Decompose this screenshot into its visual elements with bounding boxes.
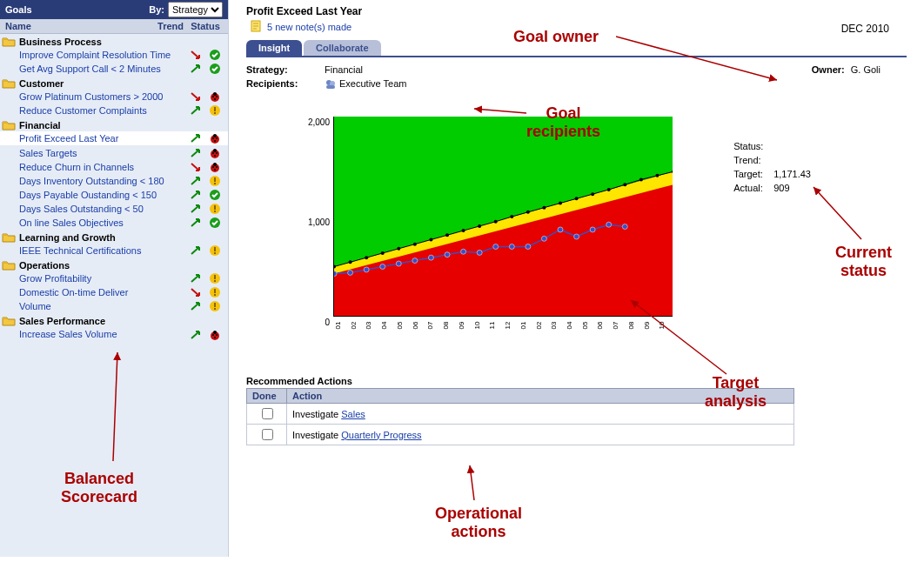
notes-link[interactable]: 5 new note(s) made: [267, 22, 352, 32]
group-by-select[interactable]: Strategy: [168, 2, 223, 17]
sidebar-columns: Name Trend Status: [0, 19, 228, 34]
folder-icon: [2, 36, 16, 47]
folder-icon: [2, 119, 16, 130]
svg-point-47: [216, 334, 218, 336]
category-row[interactable]: Sales Performance: [0, 313, 228, 327]
owner-box: Owner: G. Goli: [812, 64, 880, 75]
x-tick: 07: [426, 318, 440, 333]
goal-name: Reduce Customer Complaints: [19, 105, 186, 116]
status-icon: [205, 161, 224, 173]
goal-row[interactable]: Volume: [0, 299, 228, 313]
svg-rect-35: [214, 252, 216, 254]
x-tick: 04: [566, 318, 579, 333]
svg-point-14: [213, 134, 217, 137]
svg-point-49: [213, 331, 217, 334]
action-cell: Investigate Quarterly Progress: [287, 425, 794, 445]
category-row[interactable]: Business Process: [0, 34, 228, 48]
status-icon: [205, 90, 224, 103]
y-tick: 1,000: [298, 217, 333, 227]
category-row[interactable]: Financial: [0, 117, 228, 131]
tab-insight[interactable]: Insight: [246, 40, 302, 56]
goal-row[interactable]: Get Avg Support Call < 2 Minutes: [0, 62, 228, 76]
goal-name: Days Payable Oustanding < 150: [19, 190, 186, 200]
status-icon: [205, 272, 224, 284]
goal-row[interactable]: Sales Targets: [0, 145, 228, 159]
actions-table: Done Action Investigate Sales Investigat…: [246, 388, 794, 445]
goal-row[interactable]: Increase Sales Volume: [0, 327, 228, 341]
goal-row[interactable]: Profit Exceed Last Year: [0, 131, 228, 145]
svg-point-65: [381, 251, 385, 255]
goal-row[interactable]: Days Inventory Outstanding < 180: [0, 174, 228, 188]
trend-icon: [186, 217, 205, 229]
x-tick: 10: [472, 318, 486, 333]
svg-rect-8: [214, 107, 216, 111]
svg-point-72: [494, 220, 498, 224]
strategy-value: Financial: [325, 64, 363, 75]
svg-point-98: [558, 227, 563, 232]
trend-icon: [186, 203, 205, 215]
category-label: Customer: [19, 78, 64, 89]
action-link[interactable]: Sales: [341, 409, 365, 419]
goal-row[interactable]: Improve Complaint Resolution Time: [0, 48, 228, 62]
sidebar-title: Goals: [5, 4, 149, 15]
svg-rect-31: [214, 211, 216, 212]
category-row[interactable]: Operations: [0, 258, 228, 271]
svg-rect-44: [214, 308, 216, 310]
goal-name: Days Inventory Outstanding < 180: [19, 176, 186, 186]
svg-point-63: [349, 260, 352, 264]
svg-point-23: [214, 169, 216, 171]
goal-row[interactable]: Domestic On-time Deliver: [0, 285, 228, 299]
svg-point-101: [606, 222, 612, 227]
folder-icon: [2, 77, 16, 89]
sidebar-header: Goals By: Strategy: [0, 0, 228, 19]
svg-point-99: [574, 234, 579, 239]
svg-point-19: [213, 149, 217, 152]
trend-icon: [186, 244, 205, 257]
x-tick: 04: [380, 318, 394, 333]
status-icon: [205, 132, 224, 144]
category-label: Learning and Growth: [19, 232, 116, 243]
tab-collaborate[interactable]: Collaborate: [304, 40, 381, 56]
category-label: Business Process: [19, 37, 102, 47]
goal-row[interactable]: Reduce Customer Complaints: [0, 104, 228, 117]
category-row[interactable]: Learning and Growth: [0, 230, 228, 244]
col-status: Status: [188, 21, 223, 31]
goal-row[interactable]: Grow Platinum Customers > 2000: [0, 90, 228, 104]
goal-row[interactable]: Grow Profitability: [0, 271, 228, 285]
main-panel: Profit Exceed Last Year 5 new note(s) ma…: [229, 0, 924, 557]
goal-row[interactable]: IEEE Technical Certifications: [0, 244, 228, 258]
svg-point-100: [590, 227, 595, 232]
category-row[interactable]: Customer: [0, 76, 228, 90]
trend-icon: [186, 300, 205, 312]
y-tick: 0: [298, 318, 333, 327]
action-link[interactable]: Quarterly Progress: [341, 430, 421, 440]
goal-name: Volume: [19, 301, 186, 311]
category-label: Financial: [19, 120, 61, 130]
done-checkbox[interactable]: [262, 429, 273, 440]
goal-name: Grow Profitability: [19, 273, 186, 284]
done-checkbox[interactable]: [262, 408, 273, 419]
svg-point-17: [216, 152, 218, 154]
svg-rect-30: [214, 205, 216, 210]
group-by-label: By:: [149, 4, 164, 15]
svg-point-13: [214, 140, 216, 142]
trend-icon: [186, 146, 205, 158]
svg-point-46: [212, 334, 214, 336]
x-tick: 11: [488, 318, 502, 333]
goal-row[interactable]: Days Payable Oustanding < 150: [0, 188, 228, 202]
svg-point-91: [445, 252, 450, 258]
action-cell: Investigate Sales: [287, 404, 794, 425]
svg-point-86: [364, 267, 369, 272]
goal-row[interactable]: Reduce Churn in Channels: [0, 160, 228, 174]
goal-row[interactable]: On line Sales Objectives: [0, 216, 228, 230]
x-tick: 02: [534, 318, 548, 333]
x-tick: 01: [334, 318, 348, 333]
trend-label: Trend:: [733, 155, 773, 165]
goal-row[interactable]: Days Sales Outstanding < 50: [0, 202, 228, 216]
svg-rect-43: [214, 303, 216, 307]
notes-row[interactable]: 5 new note(s) made: [250, 19, 907, 35]
svg-point-5: [214, 98, 216, 100]
x-tick: 03: [365, 318, 378, 333]
svg-point-68: [429, 238, 432, 242]
x-tick: 09: [643, 318, 657, 333]
